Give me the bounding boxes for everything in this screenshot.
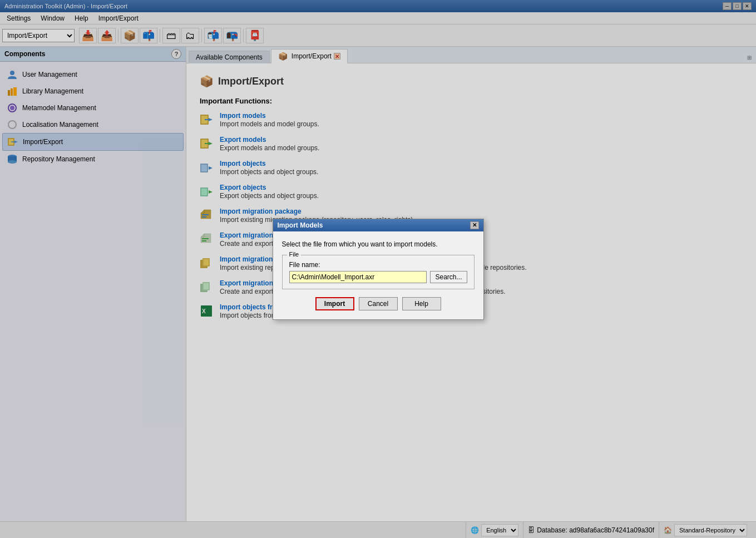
modal-file-input[interactable] (289, 271, 427, 283)
modal-title-bar: Import Models ✕ (273, 219, 483, 231)
modal-help-button[interactable]: Help (402, 297, 441, 310)
modal-cancel-button[interactable]: Cancel (359, 297, 398, 310)
modal-file-group: File File name: Search... (282, 255, 475, 289)
modal-search-button[interactable]: Search... (430, 271, 467, 283)
modal-overlay: Import Models ✕ Select the file from whi… (0, 0, 756, 538)
import-models-dialog: Import Models ✕ Select the file from whi… (273, 219, 484, 320)
modal-file-row: Search... (289, 271, 467, 283)
modal-close-button[interactable]: ✕ (470, 221, 479, 229)
modal-description: Select the file from which you want to i… (282, 240, 475, 248)
modal-buttons: Import Cancel Help (282, 297, 475, 310)
modal-import-button[interactable]: Import (315, 297, 354, 310)
modal-file-name-label: File name: (289, 261, 467, 269)
modal-body: Select the file from which you want to i… (273, 231, 483, 319)
modal-group-legend: File (287, 251, 302, 258)
modal-title-text: Import Models (278, 221, 323, 229)
